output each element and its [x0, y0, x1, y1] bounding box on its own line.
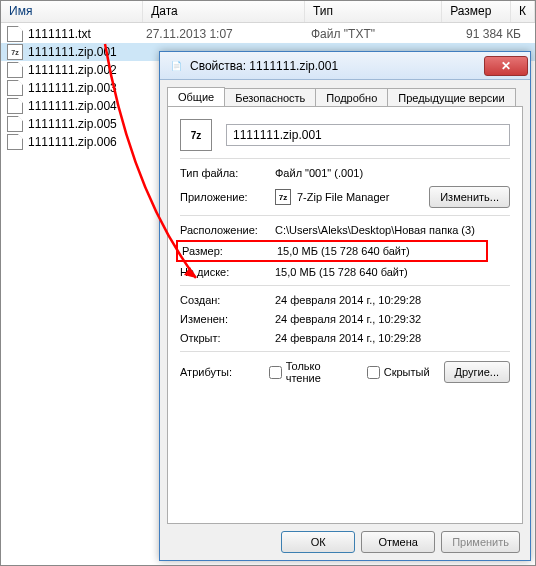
file-icon: [7, 116, 23, 132]
app-label: Приложение:: [180, 191, 275, 203]
tab-previous[interactable]: Предыдущие версии: [387, 88, 515, 107]
change-app-button[interactable]: Изменить...: [429, 186, 510, 208]
tab-body: 7z Тип файла:Файл "001" (.001) Приложени…: [167, 106, 523, 524]
file-name-input[interactable]: [226, 124, 510, 146]
file-type: Файл "TXT": [311, 27, 451, 41]
col-date[interactable]: Дата: [143, 1, 305, 22]
titlebar[interactable]: 📄 Свойства: 1111111.zip.001 ✕: [160, 52, 530, 80]
size-highlight-box: Размер:15,0 МБ (15 728 640 байт): [176, 240, 488, 262]
tab-general[interactable]: Общие: [167, 87, 225, 106]
file-name: 1111111.zip.003: [26, 81, 146, 95]
readonly-checkbox[interactable]: Только чтение: [269, 360, 353, 384]
tab-details[interactable]: Подробно: [315, 88, 388, 107]
col-name[interactable]: Имя: [1, 1, 143, 22]
properties-dialog: 📄 Свойства: 1111111.zip.001 ✕ Общие Безо…: [159, 51, 531, 561]
col-type[interactable]: Тип: [305, 1, 442, 22]
size-value: 15,0 МБ (15 728 640 байт): [277, 245, 486, 257]
col-extra[interactable]: К: [511, 1, 535, 22]
modified-label: Изменен:: [180, 313, 275, 325]
app-icon: 7z: [275, 189, 291, 205]
file-icon: [7, 26, 23, 42]
file-icon: [7, 98, 23, 114]
file-name: 1111111.zip.005: [26, 117, 146, 131]
size-label: Размер:: [182, 245, 277, 257]
file-name: 1111111.txt: [26, 27, 146, 41]
filetype-label: Тип файла:: [180, 167, 275, 179]
column-header: Имя Дата Тип Размер К: [1, 1, 535, 23]
archive-icon: 7z: [7, 44, 23, 60]
file-date: 27.11.2013 1:07: [146, 27, 311, 41]
file-size: 91 384 КБ: [451, 27, 521, 41]
attrib-label: Атрибуты:: [180, 366, 269, 378]
accessed-value: 24 февраля 2014 г., 10:29:28: [275, 332, 510, 344]
close-button[interactable]: ✕: [484, 56, 528, 76]
apply-button[interactable]: Применить: [441, 531, 520, 553]
file-icon: [7, 80, 23, 96]
filetype-value: Файл "001" (.001): [275, 167, 510, 179]
other-attrib-button[interactable]: Другие...: [444, 361, 510, 383]
created-value: 24 февраля 2014 г., 10:29:28: [275, 294, 510, 306]
app-value: 7-Zip File Manager: [297, 191, 429, 203]
ok-button[interactable]: ОК: [281, 531, 355, 553]
file-name: 1111111.zip.002: [26, 63, 146, 77]
file-icon: [7, 62, 23, 78]
file-name: 1111111.zip.001: [26, 45, 146, 59]
accessed-label: Открыт:: [180, 332, 275, 344]
file-icon: [7, 134, 23, 150]
file-row[interactable]: 1111111.txt27.11.2013 1:07Файл "TXT"91 3…: [1, 25, 535, 43]
hidden-checkbox[interactable]: Скрытый: [367, 366, 430, 379]
file-icon: 7z: [180, 119, 212, 151]
cancel-button[interactable]: Отмена: [361, 531, 435, 553]
created-label: Создан:: [180, 294, 275, 306]
tab-security[interactable]: Безопасность: [224, 88, 316, 107]
ondisk-label: На диске:: [180, 266, 275, 278]
location-label: Расположение:: [180, 224, 275, 236]
location-value: C:\Users\Aleks\Desktop\Новая папка (3): [275, 224, 510, 236]
dialog-icon: 📄: [168, 58, 184, 74]
dialog-buttons: ОК Отмена Применить: [160, 531, 530, 563]
modified-value: 24 февраля 2014 г., 10:29:32: [275, 313, 510, 325]
file-name: 1111111.zip.004: [26, 99, 146, 113]
dialog-title: Свойства: 1111111.zip.001: [190, 59, 484, 73]
tabs: Общие Безопасность Подробно Предыдущие в…: [167, 87, 523, 106]
col-size[interactable]: Размер: [442, 1, 511, 22]
ondisk-value: 15,0 МБ (15 728 640 байт): [275, 266, 510, 278]
file-name: 1111111.zip.006: [26, 135, 146, 149]
